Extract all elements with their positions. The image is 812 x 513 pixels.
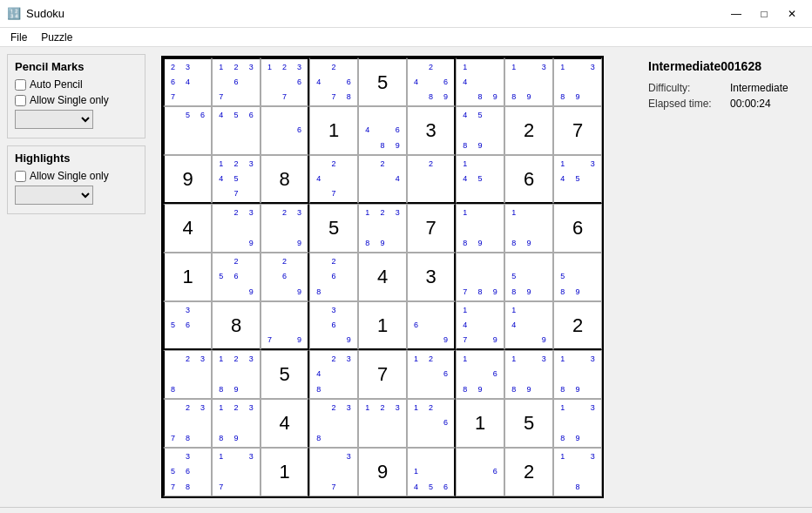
cell[interactable]: 2 (504, 106, 553, 155)
cell[interactable]: 1389 (553, 399, 602, 448)
cell[interactable]: 1479 (456, 301, 504, 350)
cell[interactable]: 189 (504, 204, 553, 253)
cell[interactable]: 239 (212, 204, 261, 253)
minimize-button[interactable]: — (723, 5, 749, 23)
cell[interactable]: 12389 (212, 399, 261, 448)
cell[interactable]: 1 (309, 106, 358, 155)
cell[interactable]: 126 (407, 350, 456, 399)
cell[interactable]: 2 (407, 155, 456, 204)
cell[interactable]: 37 (309, 448, 358, 496)
highlights-allow-single-checkbox[interactable] (15, 171, 26, 182)
highlights-dropdown[interactable] (15, 186, 93, 205)
cell[interactable]: 1 (163, 253, 212, 301)
title-bar-left: 🔢 Sudoku (7, 7, 64, 20)
cell[interactable]: 145 (456, 155, 504, 204)
cell[interactable]: 9 (358, 448, 407, 496)
cell[interactable]: 9 (163, 155, 212, 204)
menu-puzzle[interactable]: Puzzle (34, 30, 79, 45)
cell[interactable]: 2569 (212, 253, 261, 301)
pencil-digit: 9 (537, 333, 551, 348)
pencil-digit (228, 138, 243, 153)
cell[interactable]: 356 (163, 301, 212, 350)
pencil-digit (423, 431, 438, 446)
cell[interactable]: 5 (358, 57, 407, 106)
cell[interactable]: 12367 (261, 57, 309, 106)
cell[interactable]: 1 (456, 399, 504, 448)
cell[interactable]: 589 (504, 253, 553, 301)
cell[interactable]: 123 (358, 399, 407, 448)
cell[interactable]: 1 (261, 448, 309, 496)
cell[interactable]: 268 (309, 253, 358, 301)
cell[interactable]: 7 (358, 350, 407, 399)
cell[interactable]: 23647 (163, 57, 212, 106)
cell[interactable]: 7 (407, 204, 456, 253)
menu-file[interactable]: File (3, 30, 34, 45)
cell[interactable]: 1456 (407, 448, 456, 496)
cell[interactable]: 8 (212, 301, 261, 350)
auto-pencil-checkbox[interactable] (15, 79, 26, 91)
cell[interactable]: 189 (456, 204, 504, 253)
cell[interactable]: 1389 (504, 57, 553, 106)
cell[interactable]: 6 (553, 204, 602, 253)
cell[interactable]: 456 (212, 106, 261, 155)
close-button[interactable]: ✕ (779, 5, 805, 23)
pencil-allow-single-checkbox[interactable] (15, 95, 26, 106)
cell[interactable]: 4589 (456, 106, 504, 155)
cell[interactable]: 7 (553, 106, 602, 155)
cell[interactable]: 56 (163, 106, 212, 155)
cell[interactable]: 24 (358, 155, 407, 204)
cell[interactable]: 369 (309, 301, 358, 350)
maximize-button[interactable]: □ (751, 5, 777, 23)
cell[interactable]: 12389 (358, 204, 407, 253)
cell[interactable]: 6 (456, 448, 504, 496)
cell[interactable]: 123457 (212, 155, 261, 204)
cell[interactable]: 4 (261, 399, 309, 448)
cell[interactable]: 5 (504, 399, 553, 448)
pencil-digit (277, 108, 292, 123)
cell[interactable]: 12389 (212, 350, 261, 399)
cell[interactable]: 4 (163, 204, 212, 253)
cell[interactable]: 6 (261, 106, 309, 155)
cell[interactable]: 1389 (504, 350, 553, 399)
cell[interactable]: 149 (504, 301, 553, 350)
pencil-digit: 9 (228, 431, 243, 446)
cell[interactable]: 6 (504, 155, 553, 204)
cell[interactable]: 24678 (309, 57, 358, 106)
cell[interactable]: 1489 (456, 57, 504, 106)
cell[interactable]: 5 (309, 204, 358, 253)
cell[interactable]: 2378 (163, 399, 212, 448)
cell[interactable]: 138 (553, 448, 602, 496)
cell[interactable]: 269 (261, 253, 309, 301)
cell[interactable]: 5 (261, 350, 309, 399)
cell[interactable]: 3 (407, 106, 456, 155)
cell[interactable]: 238 (309, 399, 358, 448)
cell[interactable]: 2348 (309, 350, 358, 399)
cell[interactable]: 1345 (553, 155, 602, 204)
cell[interactable]: 1689 (456, 350, 504, 399)
cell[interactable]: 789 (456, 253, 504, 301)
pencil-digit: 1 (213, 401, 228, 415)
pencil-digit: 3 (326, 303, 341, 318)
pencil-digit (262, 254, 277, 269)
cell[interactable]: 4 (358, 253, 407, 301)
cell[interactable]: 137 (212, 448, 261, 496)
cell[interactable]: 2 (504, 448, 553, 496)
cell[interactable]: 3 (407, 253, 456, 301)
cell[interactable]: 35678 (163, 448, 212, 496)
cell[interactable]: 238 (163, 350, 212, 399)
cell[interactable]: 1 (358, 301, 407, 350)
cell[interactable]: 589 (553, 253, 602, 301)
cell[interactable]: 24689 (407, 57, 456, 106)
cell[interactable]: 8 (261, 155, 309, 204)
cell[interactable]: 247 (309, 155, 358, 204)
cell[interactable]: 12367 (212, 57, 261, 106)
cell[interactable]: 2 (553, 301, 602, 350)
cell[interactable]: 4689 (358, 106, 407, 155)
cell[interactable]: 79 (261, 301, 309, 350)
pencil-dropdown[interactable] (15, 110, 93, 129)
cell[interactable]: 239 (261, 204, 309, 253)
cell[interactable]: 1389 (553, 350, 602, 399)
cell[interactable]: 69 (407, 301, 456, 350)
cell[interactable]: 126 (407, 399, 456, 448)
cell[interactable]: 1389 (553, 57, 602, 106)
